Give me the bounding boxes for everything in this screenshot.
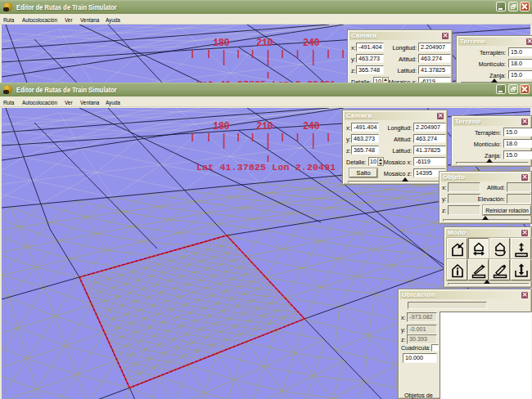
svg-text:240: 240 (303, 121, 320, 132)
svg-text:210: 210 (256, 38, 273, 49)
svg-text:210: 210 (256, 121, 273, 132)
svg-text:180: 180 (213, 121, 230, 132)
svg-text:180: 180 (213, 38, 230, 49)
svg-text:240: 240 (303, 38, 320, 49)
svg-text:Lat 41.37825 Lon 2.20491: Lat 41.37825 Lon 2.20491 (196, 162, 336, 173)
